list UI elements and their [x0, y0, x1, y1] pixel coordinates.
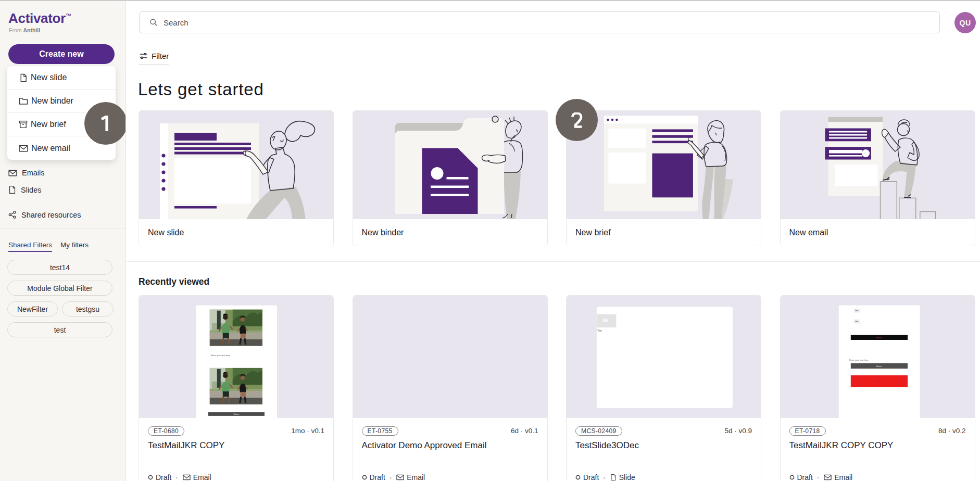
svg-text:Button: Button: [234, 413, 239, 415]
svg-text:Im: Im: [856, 309, 858, 311]
svg-text:Text: Text: [597, 330, 602, 332]
svg-text:Button: Button: [876, 365, 881, 368]
svg-text:Enter your text here: Enter your text here: [211, 354, 230, 357]
svg-text:Im: Im: [856, 320, 858, 322]
svg-text:Button: Button: [876, 337, 881, 339]
svg-text:Button: Button: [876, 381, 881, 383]
svg-text:Enter your text here: Enter your text here: [849, 359, 869, 361]
